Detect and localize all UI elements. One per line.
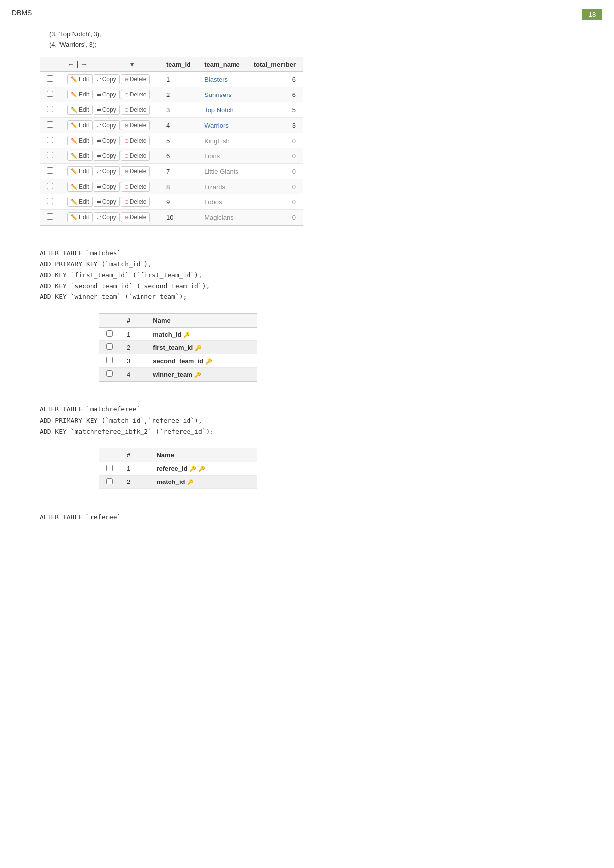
- copy-button[interactable]: ⇌ Copy: [94, 151, 120, 161]
- delete-button[interactable]: ⊖ Delete: [121, 166, 150, 176]
- alter-referee-line1: ALTER TABLE `referee`: [40, 512, 584, 523]
- delete-button[interactable]: ⊖ Delete: [121, 105, 150, 115]
- edit-button[interactable]: ✏️ Edit: [67, 90, 93, 99]
- row-checkbox[interactable]: [47, 91, 53, 97]
- table-row: ✏️ Edit⇌ Copy⊖ Delete2Sunrisers6: [40, 87, 303, 102]
- row-checkbox[interactable]: [106, 370, 113, 377]
- table-row: 2match_id🔑: [99, 475, 257, 488]
- matches-table-container: # Name 1match_id🔑2first_team_id🔑3second_…: [99, 313, 257, 382]
- row-checkbox[interactable]: [47, 106, 53, 112]
- row-checkbox[interactable]: [47, 167, 53, 174]
- row-checkbox[interactable]: [106, 465, 113, 471]
- row-checkbox[interactable]: [47, 198, 53, 204]
- col-team-id: team_id: [159, 57, 197, 72]
- row-num-cell: 1: [120, 462, 149, 475]
- delete-button[interactable]: ⊖ Delete: [121, 182, 150, 192]
- actions-cell: ✏️ Edit⇌ Copy⊖ Delete: [60, 194, 159, 210]
- edit-button[interactable]: ✏️ Edit: [67, 212, 93, 222]
- delete-button[interactable]: ⊖ Delete: [121, 212, 150, 222]
- row-checkbox[interactable]: [106, 343, 113, 350]
- delete-button[interactable]: ⊖ Delete: [121, 136, 150, 145]
- actions-cell: ✏️ Edit⇌ Copy⊖ Delete: [60, 210, 159, 225]
- row-checkbox[interactable]: [106, 478, 113, 484]
- copy-button[interactable]: ⇌ Copy: [94, 136, 120, 145]
- delete-button[interactable]: ⊖ Delete: [121, 197, 150, 207]
- team-name-cell: Lobos: [197, 194, 247, 210]
- alter-matchreferee-section: ALTER TABLE `matchreferee` ADD PRIMARY K…: [40, 404, 584, 436]
- edit-button[interactable]: ✏️ Edit: [67, 182, 93, 192]
- edit-button[interactable]: ✏️ Edit: [67, 151, 93, 161]
- copy-button[interactable]: ⇌ Copy: [94, 212, 120, 222]
- col-nav: ← | →: [60, 57, 122, 72]
- edit-button[interactable]: ✏️ Edit: [67, 166, 93, 176]
- nav-left[interactable]: ←: [67, 60, 74, 68]
- edit-button[interactable]: ✏️ Edit: [67, 197, 93, 207]
- team-id-cell: 6: [159, 148, 197, 164]
- alter-matches-line3: ADD KEY `first_team_id` (`first_team_id`…: [40, 270, 584, 281]
- row-num-cell: 1: [120, 328, 146, 341]
- delete-button[interactable]: ⊖ Delete: [121, 120, 150, 130]
- delete-button[interactable]: ⊖ Delete: [121, 74, 150, 84]
- col-name-cell: referee_id🔑🔑: [149, 462, 257, 475]
- matchreferee-col-name: Name: [149, 448, 257, 462]
- key-icon: 🔑: [187, 479, 194, 485]
- total-member-cell: 3: [247, 118, 303, 133]
- nav-right[interactable]: →: [80, 60, 87, 68]
- team-id-cell: 10: [159, 210, 197, 225]
- row-checkbox[interactable]: [47, 152, 53, 158]
- actions-cell: ✏️ Edit⇌ Copy⊖ Delete: [60, 133, 159, 148]
- row-checkbox[interactable]: [106, 357, 113, 363]
- edit-button[interactable]: ✏️ Edit: [67, 136, 93, 145]
- row-checkbox[interactable]: [47, 213, 53, 220]
- alter-matches-line5: ADD KEY `winner_team` (`winner_team`);: [40, 291, 584, 302]
- page-header: DBMS 18: [0, 0, 614, 25]
- table-row: 3second_team_id🔑: [99, 354, 257, 368]
- team-id-cell: 8: [159, 179, 197, 194]
- matchreferee-table: # Name 1referee_id🔑🔑2match_id🔑: [99, 448, 257, 489]
- team-id-cell: 4: [159, 118, 197, 133]
- team-name-cell: Sunrisers: [197, 87, 247, 102]
- team-name-cell: Warriors: [197, 118, 247, 133]
- total-member-cell: 0: [247, 194, 303, 210]
- team-name-cell: KingFish: [197, 133, 247, 148]
- filter-icon[interactable]: ▼: [129, 60, 136, 68]
- col-filter: ▼: [122, 57, 159, 72]
- total-member-cell: 5: [247, 102, 303, 118]
- col-name-cell: match_id🔑: [149, 475, 257, 488]
- edit-button[interactable]: ✏️ Edit: [67, 105, 93, 115]
- teams-table: ← | → ▼ team_id team_name total_member ✏…: [40, 57, 303, 225]
- team-id-cell: 7: [159, 164, 197, 179]
- matchreferee-table-container: # Name 1referee_id🔑🔑2match_id🔑: [99, 448, 257, 489]
- nav-sep: |: [76, 60, 78, 68]
- table-row: ✏️ Edit⇌ Copy⊖ Delete3Top Notch5: [40, 102, 303, 118]
- edit-button[interactable]: ✏️ Edit: [67, 120, 93, 130]
- row-checkbox[interactable]: [47, 121, 53, 128]
- copy-button[interactable]: ⇌ Copy: [94, 105, 120, 115]
- total-member-cell: 6: [247, 87, 303, 102]
- insert-line-2: (4, 'Warriors', 3);: [49, 41, 584, 48]
- key-icon: 🔑: [189, 466, 196, 472]
- table-row: ✏️ Edit⇌ Copy⊖ Delete7Little Giants0: [40, 164, 303, 179]
- row-checkbox[interactable]: [47, 183, 53, 189]
- copy-button[interactable]: ⇌ Copy: [94, 90, 120, 99]
- row-checkbox[interactable]: [47, 75, 53, 82]
- delete-button[interactable]: ⊖ Delete: [121, 90, 150, 99]
- alter-matches-line1: ALTER TABLE `matches`: [40, 248, 584, 259]
- row-checkbox[interactable]: [106, 330, 113, 337]
- col-name-cell: match_id🔑: [146, 328, 257, 341]
- copy-button[interactable]: ⇌ Copy: [94, 166, 120, 176]
- row-num-cell: 4: [120, 368, 146, 381]
- main-content: (3, 'Top Notch', 3), (4, 'Warriors', 3);…: [0, 25, 614, 537]
- row-checkbox[interactable]: [47, 137, 53, 143]
- key-icon: 🔑: [195, 345, 202, 351]
- copy-button[interactable]: ⇌ Copy: [94, 74, 120, 84]
- copy-button[interactable]: ⇌ Copy: [94, 182, 120, 192]
- key-icon: 🔑: [194, 372, 201, 378]
- copy-button[interactable]: ⇌ Copy: [94, 120, 120, 130]
- delete-button[interactable]: ⊖ Delete: [121, 151, 150, 161]
- copy-button[interactable]: ⇌ Copy: [94, 197, 120, 207]
- total-member-cell: 6: [247, 72, 303, 87]
- key-icon: 🔑: [205, 358, 212, 364]
- alter-matches-section: ALTER TABLE `matches` ADD PRIMARY KEY (`…: [40, 248, 584, 302]
- edit-button[interactable]: ✏️ Edit: [67, 74, 93, 84]
